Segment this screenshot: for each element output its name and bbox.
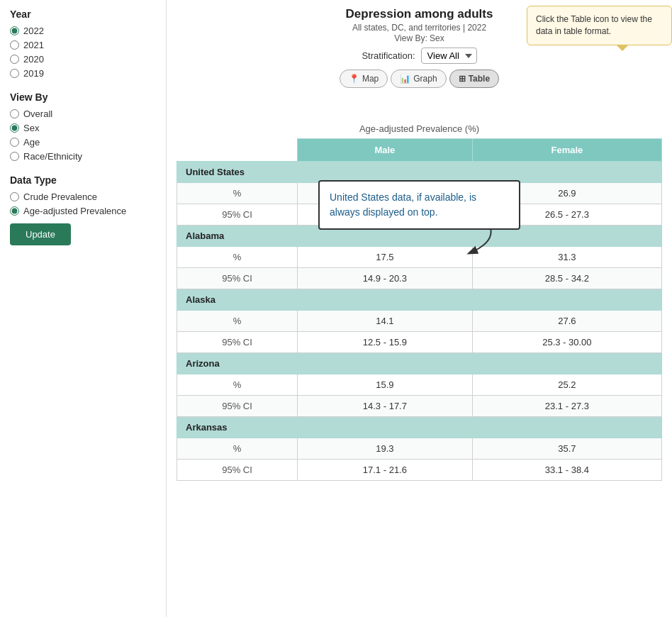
table-row: %14.127.6	[177, 311, 662, 332]
stratification-select[interactable]: View All Male Female	[421, 48, 477, 64]
table-row: %17.531.3	[177, 247, 662, 268]
viewby-age[interactable]: Age	[10, 137, 156, 148]
state-header-row: United States	[177, 162, 662, 183]
metric-cell: 95% CI	[177, 268, 298, 289]
viewby-sex[interactable]: Sex	[10, 123, 156, 133]
male-value-cell: 14.9 - 20.3	[298, 268, 473, 289]
map-tab[interactable]: 📍 Map	[340, 70, 388, 88]
datatype-ageadjusted[interactable]: Age-adjusted Prevalence	[10, 206, 156, 216]
datatype-crude[interactable]: Crude Prevalence	[10, 191, 156, 202]
table-row: 95% CI14.3 - 17.723.1 - 27.3	[177, 396, 662, 417]
year-section-title: Year	[10, 9, 156, 20]
male-value-cell: 17.5	[298, 247, 473, 268]
metric-cell: %	[177, 247, 298, 268]
tab-row: 📍 Map 📊 Graph ⊞ Table	[177, 70, 662, 88]
state-name: United States	[177, 162, 662, 183]
viewby-race-ethnicity[interactable]: Race/Ethnicity	[10, 151, 156, 162]
table-row: %19.335.7	[177, 438, 662, 460]
year-option-2020[interactable]: 2020	[10, 54, 156, 65]
col-female: Female	[472, 139, 661, 162]
viewby-section-title: View By	[10, 91, 156, 103]
table-row: 95% CI17.1 - 21.633.1 - 38.4	[177, 460, 662, 481]
graph-icon: 📊	[400, 74, 410, 84]
state-name: Arizona	[177, 353, 662, 374]
male-value-cell: 19.3	[298, 438, 473, 460]
male-value-cell: 14.3 - 17.7	[298, 396, 473, 417]
female-value-cell: 25.3 - 30.00	[472, 332, 661, 353]
info-callout-text: United States data, if available, is alw…	[330, 191, 476, 218]
male-value-cell: 14.1	[298, 311, 473, 332]
table-tab[interactable]: ⊞ Table	[449, 70, 499, 88]
table-icon: ⊞	[459, 74, 466, 84]
metric-cell: 95% CI	[177, 396, 298, 417]
metric-cell: %	[177, 438, 298, 460]
year-option-2022[interactable]: 2022	[10, 26, 156, 36]
map-icon: 📍	[349, 74, 359, 84]
stratification-label: Stratification:	[362, 50, 415, 61]
female-value-cell: 23.1 - 27.3	[472, 396, 661, 417]
graph-tab[interactable]: 📊 Graph	[391, 70, 446, 88]
female-value-cell: 28.5 - 34.2	[472, 268, 661, 289]
viewby-overall[interactable]: Overall	[10, 109, 156, 119]
stratification-row: Stratification: View All Male Female	[177, 48, 662, 64]
viewby-section: View By Overall Sex Age Race/Ethnicity	[10, 91, 156, 162]
metric-cell: %	[177, 374, 298, 396]
state-header-row: Arkansas	[177, 417, 662, 438]
male-value-cell: 17.1 - 21.6	[298, 460, 473, 481]
table-header-row: Male Female	[177, 139, 662, 162]
male-value-cell: 12.5 - 15.9	[298, 332, 473, 353]
female-value-cell: 31.3	[472, 247, 661, 268]
state-header-row: Alaska	[177, 289, 662, 311]
tooltip-text: Click the Table icon to view the data in…	[536, 14, 652, 36]
col-male: Male	[298, 139, 473, 162]
callout-arrow	[455, 228, 498, 257]
state-name: Arkansas	[177, 417, 662, 438]
update-button[interactable]: Update	[10, 223, 71, 245]
female-value-cell: 33.1 - 38.4	[472, 460, 661, 481]
female-value-cell: 27.6	[472, 311, 661, 332]
metric-cell: 95% CI	[177, 204, 298, 226]
sidebar: Year 2022 2021 2020 2019 View By	[0, 0, 167, 617]
state-header-row: Arizona	[177, 353, 662, 374]
metric-cell: 95% CI	[177, 332, 298, 353]
male-value-cell: 15.9	[298, 374, 473, 396]
table-row: %15.925.2	[177, 374, 662, 396]
col-empty	[177, 139, 298, 162]
year-radio-group: 2022 2021 2020 2019	[10, 26, 156, 79]
state-name: Alaska	[177, 289, 662, 311]
metric-cell: %	[177, 183, 298, 204]
female-value-cell: 25.2	[472, 374, 661, 396]
year-option-2021[interactable]: 2021	[10, 40, 156, 50]
viewby-radio-group: Overall Sex Age Race/Ethnicity	[10, 109, 156, 162]
datatype-section-title: Data Type	[10, 174, 156, 186]
datatype-section: Data Type Crude Prevalence Age-adjusted …	[10, 174, 156, 245]
year-section: Year 2022 2021 2020 2019	[10, 9, 156, 79]
info-callout: United States data, if available, is alw…	[318, 180, 520, 230]
tooltip-callout: Click the Table icon to view the data in…	[527, 6, 672, 45]
main-content: Click the Table icon to view the data in…	[167, 0, 672, 617]
female-value-cell: 35.7	[472, 438, 661, 460]
table-row: 95% CI12.5 - 15.925.3 - 30.00	[177, 332, 662, 353]
datatype-radio-group: Crude Prevalence Age-adjusted Prevalence	[10, 191, 156, 216]
metric-cell: %	[177, 311, 298, 332]
year-option-2019[interactable]: 2019	[10, 68, 156, 79]
prevalence-label: Age-adjusted Prevalence (%)	[177, 123, 662, 134]
metric-cell: 95% CI	[177, 460, 298, 481]
table-row: 95% CI14.9 - 20.328.5 - 34.2	[177, 268, 662, 289]
